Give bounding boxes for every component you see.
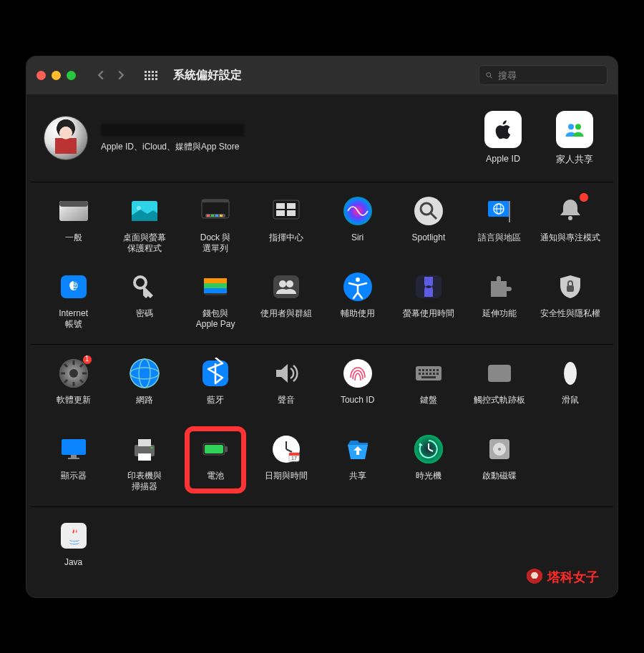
close-button[interactable] bbox=[36, 71, 46, 80]
svg-rect-85 bbox=[138, 453, 151, 461]
pref-dock[interactable]: Dock 與 選單列 bbox=[180, 195, 251, 254]
pref-battery[interactable]: 電池 bbox=[180, 433, 251, 492]
svg-text:@: @ bbox=[69, 281, 78, 291]
pref-java[interactable]: Java bbox=[38, 520, 109, 579]
pref-mouse[interactable]: 滑鼠 bbox=[535, 358, 606, 416]
pref-label: 顯示器 bbox=[61, 471, 87, 492]
pref-passwords[interactable]: 密碼 bbox=[109, 271, 180, 330]
update-badge: 1 bbox=[82, 355, 92, 365]
svg-point-86 bbox=[150, 446, 152, 448]
pref-label: 日期與時間 bbox=[265, 471, 308, 492]
pref-users-groups[interactable]: 使用者與群組 bbox=[251, 271, 322, 330]
system-preferences-window: 系統偏好設定 Apple ID、iCloud、媒體與App Store Appl… bbox=[26, 56, 618, 598]
user-info: Apple ID、iCloud、媒體與App Store bbox=[101, 124, 244, 153]
svg-rect-14 bbox=[220, 215, 223, 217]
pref-general[interactable]: 一般 bbox=[38, 195, 109, 254]
software-update-icon: 1 bbox=[58, 358, 89, 389]
pref-printers[interactable]: 印表機與 掃描器 bbox=[109, 433, 180, 492]
desktop-icon bbox=[129, 195, 160, 227]
user-avatar[interactable] bbox=[44, 116, 88, 160]
pref-spotlight[interactable]: Spotlight bbox=[393, 195, 464, 254]
family-icon bbox=[556, 111, 593, 148]
svg-rect-13 bbox=[215, 215, 218, 217]
apple-id-button[interactable]: Apple ID bbox=[477, 111, 529, 166]
svg-rect-15 bbox=[202, 200, 229, 202]
pref-mission-control[interactable]: 指揮中心 bbox=[251, 195, 322, 254]
pref-label: Dock 與 選單列 bbox=[200, 232, 231, 254]
pref-extensions[interactable]: 延伸功能 bbox=[464, 271, 535, 330]
pref-label: 啟動磁碟 bbox=[482, 471, 517, 492]
notification-badge bbox=[579, 192, 589, 202]
pref-security[interactable]: 安全性與隱私權 bbox=[535, 271, 606, 330]
extensions-icon bbox=[484, 271, 515, 303]
pref-siri[interactable]: Siri bbox=[322, 195, 393, 254]
passwords-icon bbox=[129, 271, 160, 303]
svg-rect-68 bbox=[429, 369, 431, 371]
security-icon bbox=[555, 271, 586, 303]
svg-point-23 bbox=[414, 197, 443, 225]
pref-displays[interactable]: 顯示器 bbox=[38, 433, 109, 492]
svg-rect-81 bbox=[71, 455, 77, 458]
svg-rect-18 bbox=[287, 203, 296, 209]
svg-rect-71 bbox=[419, 373, 421, 375]
pref-date-time[interactable]: 17 日期與時間 bbox=[251, 433, 322, 492]
pref-desktop[interactable]: 桌面與螢幕 保護程式 bbox=[109, 195, 180, 254]
pref-sharing[interactable]: 共享 bbox=[322, 433, 393, 492]
pref-touch-id[interactable]: Touch ID bbox=[322, 358, 393, 416]
pref-time-machine[interactable]: 時光機 bbox=[393, 433, 464, 492]
pref-label: 通知與專注模式 bbox=[540, 232, 600, 254]
screen-time-icon bbox=[413, 271, 444, 303]
family-sharing-label: 家人共享 bbox=[556, 154, 593, 165]
user-subtext: Apple ID、iCloud、媒體與App Store bbox=[101, 141, 244, 153]
panel-3: Java bbox=[26, 507, 618, 597]
zoom-button[interactable] bbox=[67, 71, 76, 80]
pref-language[interactable]: 語言與地區 bbox=[464, 195, 535, 254]
apple-logo-icon bbox=[484, 111, 522, 148]
svg-point-103 bbox=[498, 448, 501, 451]
pref-sound[interactable]: 聲音 bbox=[251, 358, 322, 416]
panel-1: 一般 桌面與螢幕 保護程式 Dock 與 選單列 指揮中心 Siri Spotl… bbox=[26, 182, 618, 344]
pref-label: 錢包與 Apple Pay bbox=[196, 308, 235, 330]
svg-rect-89 bbox=[225, 446, 228, 452]
pref-screen-time[interactable]: 螢幕使用時間 bbox=[393, 271, 464, 330]
search-input[interactable] bbox=[498, 70, 601, 81]
bluetooth-icon bbox=[200, 358, 231, 389]
svg-rect-38 bbox=[204, 283, 227, 288]
svg-rect-11 bbox=[207, 215, 210, 217]
pref-wallet[interactable]: 錢包與 Apple Pay bbox=[180, 271, 251, 330]
pref-software-update[interactable]: 1 軟體更新 bbox=[38, 358, 109, 416]
minimize-button[interactable] bbox=[52, 71, 61, 80]
pref-network[interactable]: 網路 bbox=[109, 358, 180, 416]
svg-point-49 bbox=[69, 369, 78, 378]
family-sharing-button[interactable]: 家人共享 bbox=[549, 111, 600, 166]
pref-label: Touch ID bbox=[341, 395, 374, 416]
pref-notifications[interactable]: 通知與專注模式 bbox=[535, 195, 606, 254]
pref-label: 電池 bbox=[207, 471, 224, 492]
svg-rect-74 bbox=[429, 373, 431, 375]
forward-button[interactable] bbox=[113, 67, 129, 83]
window-controls bbox=[36, 71, 76, 80]
network-icon bbox=[129, 358, 160, 389]
java-icon bbox=[58, 520, 89, 551]
accessibility-icon bbox=[342, 271, 374, 303]
search-field[interactable] bbox=[479, 65, 608, 85]
pref-internet-accounts[interactable]: @ Internet 帳號 bbox=[38, 271, 109, 330]
show-all-button[interactable] bbox=[142, 66, 160, 84]
search-icon bbox=[485, 71, 494, 80]
pref-label: 安全性與隱私權 bbox=[540, 308, 600, 330]
dock-icon bbox=[200, 195, 231, 227]
pref-accessibility[interactable]: 輔助使用 bbox=[322, 271, 393, 330]
pref-bluetooth[interactable]: 藍牙 bbox=[180, 358, 251, 416]
pref-label: 聲音 bbox=[278, 395, 295, 416]
clock-icon: 17 bbox=[270, 433, 302, 465]
svg-point-79 bbox=[564, 362, 577, 385]
pref-keyboard[interactable]: 鍵盤 bbox=[393, 358, 464, 416]
svg-rect-88 bbox=[205, 445, 223, 453]
pref-label: 螢幕使用時間 bbox=[403, 308, 454, 330]
pref-startup-disk[interactable]: 啟動磁碟 bbox=[464, 433, 535, 492]
pref-label: 延伸功能 bbox=[482, 308, 517, 330]
titlebar: 系統偏好設定 bbox=[26, 57, 618, 95]
back-button[interactable] bbox=[93, 67, 109, 83]
pref-trackpad[interactable]: 觸控式軌跡板 bbox=[464, 358, 535, 416]
general-icon bbox=[58, 195, 89, 227]
